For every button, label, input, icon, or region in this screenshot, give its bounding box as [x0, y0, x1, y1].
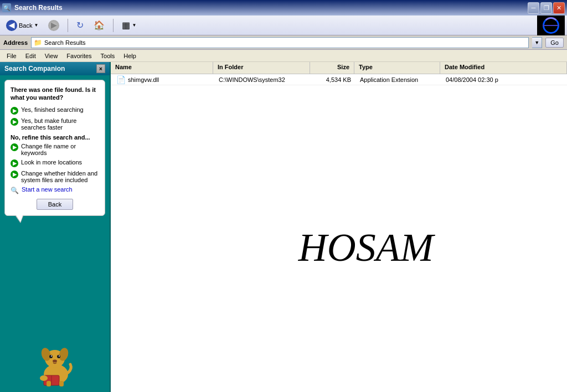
option-change-filename-label: Change file name or keywords	[21, 143, 99, 156]
option-yes-faster-label: Yes, but make future searches faster	[21, 117, 99, 131]
speech-bubble: There was one file found. Is it what you…	[4, 80, 105, 216]
option-hidden-files-label: Change whether hidden and system files a…	[21, 170, 99, 183]
refresh-button[interactable]: ↻	[73, 18, 87, 33]
views-icon: ▦	[122, 20, 130, 30]
back-label: Back	[19, 22, 32, 29]
file-header: Name In Folder Size Type Date Modified	[111, 62, 567, 74]
dog-svg	[33, 342, 77, 386]
green-arrow-icon-2: ▶	[11, 118, 18, 126]
back-dropdown-icon[interactable]: ▼	[34, 23, 38, 28]
option-yes-faster[interactable]: ▶ Yes, but make future searches faster	[11, 117, 99, 131]
file-content-area: HOSAM	[111, 85, 567, 392]
restore-button[interactable]: ❐	[540, 2, 552, 14]
menu-edit[interactable]: Edit	[21, 51, 40, 60]
menu-bar: File Edit View Favorites Tools Help	[0, 50, 567, 62]
cell-folder: C:\WINDOWS\system32	[214, 75, 311, 84]
option-yes-finished[interactable]: ▶ Yes, finished searching	[11, 106, 99, 115]
home-button[interactable]: 🏠	[90, 18, 109, 33]
svg-point-7	[59, 355, 60, 357]
green-arrow-icon-5: ▶	[11, 171, 18, 178]
address-label: Address	[3, 39, 28, 46]
col-header-folder[interactable]: In Folder	[213, 62, 310, 74]
start-new-search-link[interactable]: 🔍 Start a new search	[11, 186, 99, 194]
magnifier-icon: 🔍	[11, 187, 19, 194]
cell-name: 📄 shimgvw.dll	[112, 74, 214, 85]
option-hidden-files[interactable]: ▶ Change whether hidden and system files…	[11, 170, 99, 183]
menu-view[interactable]: View	[40, 51, 63, 60]
back-button[interactable]: ◀ Back ▼	[2, 18, 42, 33]
refresh-icon: ↻	[76, 20, 84, 30]
address-input[interactable]	[44, 39, 526, 46]
start-new-search-label: Start a new search	[22, 186, 73, 193]
menu-favorites[interactable]: Favorites	[62, 51, 96, 60]
toolbar: ◀ Back ▼ ▶ ↻ 🏠 ▦ ▼	[0, 16, 567, 35]
address-folder-icon: 📁	[34, 39, 42, 47]
option-yes-finished-label: Yes, finished searching	[21, 106, 84, 113]
svg-point-6	[51, 355, 52, 357]
file-area: Name In Folder Size Type Date Modified 📄…	[111, 62, 567, 392]
toolbar-separator-1	[68, 19, 68, 32]
option-more-locations-label: Look in more locations	[21, 159, 82, 166]
main-container: Search Companion × There was one file fo…	[0, 62, 567, 392]
cell-date: 04/08/2004 02:30 p	[441, 75, 566, 84]
col-header-size[interactable]: Size	[310, 62, 354, 74]
views-dropdown-icon: ▼	[132, 23, 136, 28]
menu-help[interactable]: Help	[119, 51, 141, 60]
go-button[interactable]: Go	[545, 38, 564, 48]
title-bar-left: 🔍 Search Results	[2, 3, 63, 12]
cell-size: 4,534 KB	[311, 75, 355, 84]
back-button-panel[interactable]: Back	[37, 199, 73, 210]
panel-title: Search Companion	[4, 65, 65, 73]
svg-point-4	[49, 355, 53, 358]
dog-mascot	[33, 342, 77, 386]
col-header-name[interactable]: Name	[111, 62, 213, 74]
panel-header: Search Companion ×	[0, 62, 110, 75]
panel-close-button[interactable]: ×	[96, 64, 105, 73]
col-header-date[interactable]: Date Modified	[440, 62, 567, 74]
title-bar: 🔍 Search Results ─ ❐ ✕	[0, 0, 567, 16]
svg-point-8	[53, 360, 57, 363]
forward-button[interactable]: ▶	[44, 18, 63, 33]
toolbar-separator-2	[113, 19, 114, 32]
bubble-question: There was one file found. Is it what you…	[11, 86, 99, 102]
hosam-watermark: HOSAM	[298, 225, 434, 271]
svg-point-11	[40, 375, 48, 381]
ie-logo	[537, 16, 565, 35]
forward-arrow-icon: ▶	[48, 20, 59, 31]
back-arrow-icon: ◀	[6, 20, 17, 31]
menu-tools[interactable]: Tools	[96, 51, 120, 60]
green-arrow-icon-1: ▶	[11, 107, 18, 115]
search-companion-panel: Search Companion × There was one file fo…	[0, 62, 111, 392]
svg-rect-13	[59, 381, 64, 386]
green-arrow-icon-4: ▶	[11, 159, 18, 167]
views-button[interactable]: ▦ ▼	[118, 18, 140, 33]
address-input-wrap: 📁	[31, 37, 529, 48]
menu-file[interactable]: File	[2, 51, 21, 60]
table-row[interactable]: 📄 shimgvw.dll C:\WINDOWS\system32 4,534 …	[111, 74, 567, 85]
svg-rect-12	[47, 381, 51, 386]
refine-header: No, refine this search and...	[11, 134, 99, 141]
svg-point-5	[57, 355, 60, 358]
close-button[interactable]: ✕	[553, 2, 565, 14]
window-icon: 🔍	[2, 3, 11, 12]
address-bar: Address 📁 ▼ Go	[0, 35, 567, 50]
minimize-button[interactable]: ─	[528, 2, 539, 14]
window-title: Search Results	[14, 4, 63, 12]
ie-logo-circle	[543, 17, 559, 34]
file-type-icon: 📄	[116, 75, 126, 84]
green-arrow-icon-3: ▶	[11, 143, 18, 151]
address-dropdown[interactable]: ▼	[532, 37, 542, 48]
col-header-type[interactable]: Type	[354, 62, 440, 74]
option-change-filename[interactable]: ▶ Change file name or keywords	[11, 143, 99, 156]
home-icon: 🏠	[94, 20, 105, 30]
dog-mascot-area	[0, 220, 110, 392]
cell-type: Application Extension	[355, 75, 441, 84]
title-buttons: ─ ❐ ✕	[528, 2, 565, 14]
option-more-locations[interactable]: ▶ Look in more locations	[11, 159, 99, 167]
